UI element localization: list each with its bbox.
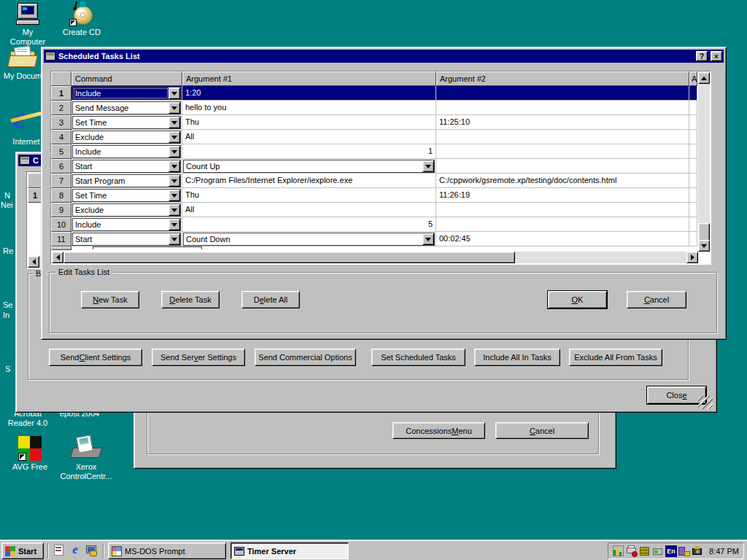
send-server-settings-button[interactable]: Send Server Settings — [152, 349, 245, 366]
argument1-cell[interactable]: Count Up — [182, 159, 436, 174]
command-select[interactable]: Set Time — [72, 189, 181, 202]
command-select[interactable]: Set Time — [72, 116, 181, 129]
command-select[interactable]: Include — [72, 87, 181, 100]
argument1-cell[interactable]: Count Down — [182, 232, 436, 246]
vertical-scrollbar[interactable] — [698, 72, 710, 252]
row-number[interactable]: 2 — [51, 101, 71, 115]
send-client-settings-button[interactable]: Send Client Settings — [49, 349, 142, 366]
argument1-cell[interactable]: Thu — [182, 188, 436, 203]
desktop-icon-my-computer[interactable]: My Computer — [4, 3, 51, 47]
argument2-cell[interactable] — [436, 86, 689, 101]
argument1-cell[interactable]: 1 — [182, 144, 436, 159]
header-argument1[interactable]: Argument #1 — [182, 71, 436, 86]
row-number[interactable]: 1 — [28, 188, 42, 203]
close-window-button[interactable]: × — [711, 51, 722, 61]
help-button[interactable]: ? — [696, 51, 708, 61]
language-indicator[interactable]: En — [665, 545, 677, 557]
chevron-down-icon[interactable] — [422, 160, 434, 172]
row-number[interactable]: 5 — [51, 144, 71, 159]
delete-all-button[interactable]: Delete All — [241, 291, 300, 308]
quicklaunch-notes-icon[interactable] — [53, 544, 66, 557]
chevron-down-icon[interactable] — [169, 131, 180, 143]
cancel-button[interactable]: Cancel — [627, 291, 686, 308]
desktop-icon-xerox[interactable]: Xerox ControlCentr... — [58, 435, 114, 481]
exclude-all-from-tasks-button[interactable]: Exclude All From Tasks — [569, 349, 662, 366]
printer-error-tray-icon[interactable] — [626, 545, 638, 557]
desktop-icon-my-documents[interactable]: My Docum — [0, 45, 45, 81]
scroll-down-button[interactable] — [698, 240, 710, 252]
include-all-in-tasks-button[interactable]: Include All In Tasks — [474, 349, 560, 366]
argument1-cell[interactable]: C:/Program Files/Internet Explorer/iexpl… — [182, 174, 436, 188]
desktop-icon-avg-free[interactable]: AVG Free — [6, 436, 54, 472]
command-select[interactable]: Exclude — [72, 131, 181, 144]
scheduled-tasks-titlebar[interactable]: Scheduled Tasks List ? × — [44, 50, 724, 63]
task-button-msdos-prompt[interactable]: MS-DOS Prompt — [108, 542, 226, 559]
scroll-left-button[interactable] — [28, 256, 39, 268]
start-button[interactable]: Start — [1, 542, 44, 559]
task-button-timer-server[interactable]: Timer Server — [231, 542, 349, 559]
row-number[interactable]: 3 — [51, 115, 71, 130]
argument1-cell[interactable]: Thu — [182, 115, 436, 130]
chevron-down-icon[interactable] — [169, 233, 180, 245]
argument2-cell[interactable] — [436, 203, 689, 217]
quicklaunch-internet-icon[interactable]: e — [69, 542, 82, 557]
scroll-thumb[interactable] — [63, 252, 515, 263]
argument2-cell[interactable]: 11:26:19 — [436, 188, 689, 203]
argument2-cell[interactable] — [436, 217, 689, 232]
ok-button[interactable]: OK — [548, 291, 607, 308]
header-argument2[interactable]: Argument #2 — [436, 71, 689, 86]
row-number[interactable]: 10 — [51, 217, 71, 232]
scroll-thumb[interactable] — [698, 223, 710, 241]
quicklaunch-sync-icon[interactable] — [85, 544, 98, 557]
camera-tray-icon[interactable] — [692, 545, 703, 557]
row-number[interactable]: 8 — [51, 188, 71, 203]
command-select[interactable]: Start — [72, 233, 181, 246]
chevron-down-icon[interactable] — [169, 190, 180, 201]
command-select[interactable]: Include — [72, 218, 181, 231]
chevron-down-icon[interactable] — [169, 219, 180, 230]
row-number[interactable]: 7 — [51, 174, 71, 188]
cancel-button[interactable]: Cancel — [495, 422, 589, 439]
chevron-down-icon[interactable] — [169, 102, 180, 114]
argument1-cell[interactable]: hello to you — [182, 101, 436, 115]
argument2-cell[interactable]: C:/cppwork/gsremote.xp/testing/doc/conte… — [436, 174, 689, 188]
delete-task-button[interactable]: Delete Task — [161, 291, 220, 308]
command-select[interactable]: Include — [72, 145, 181, 158]
new-task-button[interactable]: New Task — [81, 291, 139, 308]
header-command[interactable]: Command — [71, 71, 182, 86]
horizontal-scrollbar[interactable] — [52, 252, 698, 263]
header-extra[interactable]: A — [689, 71, 697, 86]
chevron-down-icon[interactable] — [169, 160, 180, 172]
desktop-icon-create-cd[interactable]: Create CD — [58, 3, 105, 37]
argument2-cell[interactable] — [436, 144, 689, 159]
send-commercial-options-button[interactable]: Send Commercial Options — [255, 349, 356, 366]
taskbar-clock[interactable]: 8:47 PM — [709, 547, 739, 556]
argument1-cell[interactable]: 1:20 — [182, 86, 436, 101]
row-number[interactable]: 6 — [51, 159, 71, 174]
argument2-cell[interactable] — [436, 159, 689, 174]
concessions-menu-button[interactable]: Concessions Menu — [392, 422, 485, 439]
row-number[interactable]: 9 — [51, 203, 71, 217]
row-number[interactable]: 11 — [51, 232, 71, 246]
resize-grip[interactable] — [698, 396, 713, 409]
scroll-left-button[interactable] — [52, 252, 63, 263]
disk-stack-tray-icon[interactable] — [639, 545, 651, 557]
chevron-down-icon[interactable] — [422, 233, 434, 245]
chevron-down-icon[interactable] — [169, 204, 180, 216]
command-select[interactable]: Send Message — [72, 101, 181, 114]
scroll-right-button[interactable] — [686, 252, 698, 263]
argument1-cell[interactable]: All — [182, 203, 436, 217]
command-select[interactable]: Start — [72, 160, 181, 173]
set-scheduled-tasks-button[interactable]: Set Scheduled Tasks — [371, 349, 465, 366]
argument2-cell[interactable] — [436, 101, 689, 115]
chevron-down-icon[interactable] — [169, 146, 180, 158]
row-number[interactable]: 1 — [51, 86, 71, 101]
security-key-tray-icon[interactable] — [678, 545, 690, 557]
argument2-cell[interactable]: 00:02:45 — [436, 232, 689, 246]
argument1-cell[interactable]: All — [182, 130, 436, 144]
argument2-cell[interactable]: 11:25:10 — [436, 115, 689, 130]
chevron-down-icon[interactable] — [169, 88, 180, 99]
close-button[interactable]: Close — [647, 386, 706, 404]
argument1-select[interactable]: Count Up — [183, 160, 435, 173]
command-select[interactable]: Exclude — [72, 203, 181, 217]
